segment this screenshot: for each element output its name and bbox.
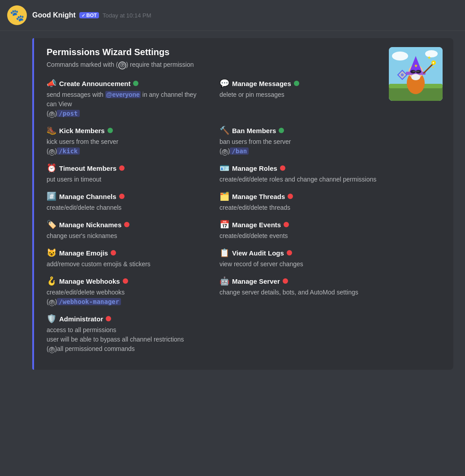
perm-desc: put users in timeout xyxy=(47,175,205,184)
perm-desc: view record of server changes xyxy=(220,260,378,269)
ban-command: /ban xyxy=(230,147,249,155)
svg-text:✦: ✦ xyxy=(427,55,431,61)
webhook-command: /webhook-manager xyxy=(57,298,121,305)
manage-channels-icon: #️⃣ xyxy=(47,191,56,201)
status-red xyxy=(284,222,289,227)
perm-view-audit-logs: 📋 View Audit Logs view record of server … xyxy=(220,248,378,269)
manage-server-icon: 🤖 xyxy=(220,276,229,286)
svg-text:⊕: ⊕ xyxy=(400,73,404,77)
perm-manage-webhooks: 🪝 Manage Webhooks create/edit/delete web… xyxy=(47,276,205,307)
view-audit-logs-icon: 📋 xyxy=(220,248,229,258)
chat-container: 🐾 Good Knight ✓ BOT Today at 10:14 PM Pe… xyxy=(0,0,465,377)
manage-threads-icon: 🗂️ xyxy=(220,191,229,201)
permission-icon: Ⓟ xyxy=(118,61,126,69)
perm-name: Manage Messages xyxy=(232,80,291,87)
permission-icon: Ⓟ xyxy=(49,149,55,156)
embed-title: Permissions Wizard Settings xyxy=(47,47,378,57)
permissions-grid: 📣 Create Announcement send messages with… xyxy=(47,78,378,361)
svg-point-13 xyxy=(411,74,420,80)
create-announcement-icon: 📣 xyxy=(47,78,56,88)
perm-desc: kick users from the server (Ⓟ)/kick xyxy=(47,137,205,156)
svg-point-1 xyxy=(392,52,408,61)
permission-icon: Ⓟ xyxy=(49,300,55,306)
perm-create-announcement: 📣 Create Announcement send messages with… xyxy=(47,78,205,118)
perm-name: Manage Events xyxy=(232,221,281,229)
header-info: Good Knight ✓ BOT Today at 10:14 PM xyxy=(32,11,151,19)
perm-name: Create Announcement xyxy=(59,80,130,87)
perm-name: View Audit Logs xyxy=(232,249,284,257)
perm-name: Manage Emojis xyxy=(59,249,108,257)
message-timestamp: Today at 10:14 PM xyxy=(103,12,151,19)
bot-badge: ✓ BOT xyxy=(79,12,99,18)
status-red xyxy=(119,194,125,199)
perm-name: Manage Webhooks xyxy=(59,277,120,285)
status-red xyxy=(111,250,116,255)
perm-desc: delete or pin messages xyxy=(220,90,378,100)
perm-name: Kick Members xyxy=(59,127,105,134)
manage-messages-icon: 💬 xyxy=(220,78,229,88)
status-red xyxy=(123,278,128,284)
post-command: /post xyxy=(57,110,79,117)
status-red xyxy=(106,316,111,321)
embed-thumbnail: ★ ⊕ ✦ ✦ ✦ xyxy=(389,47,443,101)
perm-desc: ban users from the server (Ⓟ)/ban xyxy=(220,137,378,156)
perm-manage-nicknames: 🏷️ Manage Nicknames change user's nickna… xyxy=(47,220,205,241)
manage-roles-icon: 🪪 xyxy=(220,163,229,173)
perm-desc: add/remove custom emojis & stickers xyxy=(47,260,205,269)
manage-webhooks-icon: 🪝 xyxy=(47,276,56,286)
kick-members-icon: 🥾 xyxy=(47,125,56,135)
perm-desc: create/edit/delete channels xyxy=(47,203,205,212)
perm-desc: create/edit/delete threads xyxy=(220,203,378,212)
status-red xyxy=(280,165,285,171)
embed-card: Permissions Wizard Settings Commands mar… xyxy=(32,38,453,370)
perm-empty xyxy=(220,314,378,354)
perm-ban-members: 🔨 Ban Members ban users from the server … xyxy=(220,125,378,156)
embed-accent-bar xyxy=(32,38,34,370)
ban-members-icon: 🔨 xyxy=(220,125,229,135)
perm-manage-roles: 🪪 Manage Roles create/edit/delete roles … xyxy=(220,163,378,184)
status-green xyxy=(279,128,284,133)
status-red xyxy=(124,222,129,227)
status-green xyxy=(294,81,299,86)
embed-body: Permissions Wizard Settings Commands mar… xyxy=(43,47,378,361)
embed-subtitle: Commands marked with (Ⓟ) require that pe… xyxy=(47,61,378,69)
perm-manage-emojis: 😺 Manage Emojis add/remove custom emojis… xyxy=(47,248,205,269)
svg-text:★: ★ xyxy=(414,63,418,68)
perm-desc: change user's nicknames xyxy=(47,231,205,241)
perm-desc: send messages with @everyone in any chan… xyxy=(47,90,205,118)
status-green xyxy=(108,128,113,133)
svg-rect-12 xyxy=(413,71,419,72)
bot-name: Good Knight xyxy=(32,11,76,19)
permission-icon: Ⓟ xyxy=(222,149,228,156)
administrator-icon: 🛡️ xyxy=(47,314,56,324)
svg-text:✦: ✦ xyxy=(431,65,435,69)
permission-icon: Ⓟ xyxy=(49,347,55,353)
manage-emojis-icon: 😺 xyxy=(47,248,56,258)
perm-name: Manage Roles xyxy=(232,164,277,172)
everyone-mention: @everyone xyxy=(105,91,141,98)
perm-timeout-members: ⏰ Timeout Members put users in timeout xyxy=(47,163,205,184)
perm-manage-threads: 🗂️ Manage Threads create/edit/delete thr… xyxy=(220,191,378,212)
perm-administrator: 🛡️ Administrator access to all permissio… xyxy=(47,314,205,354)
perm-name: Manage Threads xyxy=(232,193,285,200)
chat-header: 🐾 Good Knight ✓ BOT Today at 10:14 PM xyxy=(0,0,465,31)
permission-icon: Ⓟ xyxy=(49,112,55,118)
perm-name: Administrator xyxy=(59,315,103,323)
status-red xyxy=(283,278,288,284)
perm-desc: create/edit/delete events xyxy=(220,231,378,241)
perm-name: Manage Nicknames xyxy=(59,221,121,229)
message-area: Permissions Wizard Settings Commands mar… xyxy=(0,31,465,377)
perm-kick-members: 🥾 Kick Members kick users from the serve… xyxy=(47,125,205,156)
perm-name: Manage Channels xyxy=(59,193,116,200)
perm-desc: create/edit/delete roles and change chan… xyxy=(220,175,378,184)
perm-manage-messages: 💬 Manage Messages delete or pin messages xyxy=(220,78,378,118)
perm-manage-server: 🤖 Manage Server change server details, b… xyxy=(220,276,378,307)
svg-text:✦: ✦ xyxy=(432,61,435,65)
perm-manage-events: 📅 Manage Events create/edit/delete event… xyxy=(220,220,378,241)
perm-desc: access to all permissions user will be a… xyxy=(47,325,205,354)
timeout-members-icon: ⏰ xyxy=(47,163,56,173)
status-red xyxy=(288,194,293,199)
status-green xyxy=(133,81,138,86)
manage-events-icon: 📅 xyxy=(220,220,229,229)
kick-command: /kick xyxy=(57,147,79,155)
